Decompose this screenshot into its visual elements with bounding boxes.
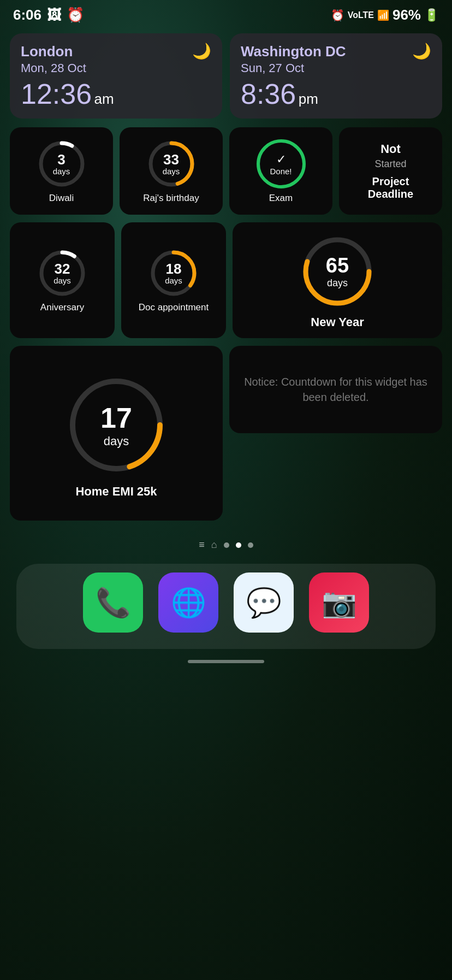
- app-dock: 📞 🌐 💬 📷: [16, 564, 436, 649]
- widget-project-deadline[interactable]: Not Started ProjectDeadline: [339, 127, 442, 215]
- widget-new-year[interactable]: 65 days New Year: [233, 222, 442, 338]
- signal-icon: 📶: [377, 9, 389, 21]
- phone-icon: 📞: [96, 586, 131, 619]
- exam-checkmark: ✓: [276, 152, 286, 167]
- widget-diwali[interactable]: 3 days Diwali: [10, 127, 113, 215]
- dock-browser[interactable]: 🌐: [158, 572, 218, 633]
- home-indicator: [188, 660, 264, 663]
- browser-icon: 🌐: [171, 586, 206, 619]
- page-dot-1[interactable]: [224, 542, 229, 548]
- photo-icon: 🖼: [47, 7, 61, 23]
- not-started-mid: Started: [374, 158, 406, 170]
- london-ampm: am: [94, 91, 114, 107]
- exam-label: Exam: [269, 193, 293, 204]
- clock-row: 🌙 London Mon, 28 Oct 12:36 am 🌙 Washingt…: [10, 33, 442, 119]
- raj-number: 33: [163, 152, 180, 167]
- status-left: 6:06 🖼 ⏰: [13, 7, 84, 23]
- home-emi-number: 17: [100, 402, 132, 434]
- london-date: Mon, 28 Oct: [21, 61, 211, 75]
- not-started-top: Not: [380, 142, 401, 156]
- widget-raj-birthday[interactable]: 33 days Raj's birthday: [120, 127, 223, 215]
- washington-moon: 🌙: [412, 42, 431, 60]
- new-year-days: days: [326, 278, 349, 289]
- battery-icon: 🔋: [424, 8, 439, 22]
- widget-aniversary[interactable]: 32 days Aniversary: [10, 222, 115, 338]
- widget-doc-appointment[interactable]: 18 days Doc appointment: [121, 222, 226, 338]
- aniversary-label: Aniversary: [40, 302, 84, 313]
- alarm-icon: ⏰: [67, 7, 84, 23]
- row3-right: Notice: Countdown for this widget has be…: [229, 346, 442, 521]
- new-year-label: New Year: [311, 315, 364, 329]
- diwali-ring: 3 days: [37, 139, 86, 188]
- alarm2-icon: ⏰: [331, 9, 344, 22]
- dock-phone[interactable]: 📞: [83, 572, 143, 633]
- doc-number: 18: [165, 262, 182, 276]
- new-year-ring-text: 65 days: [326, 254, 349, 289]
- home-emi-ring: 17 days: [64, 373, 168, 477]
- home-dot: ⌂: [211, 539, 217, 551]
- washington-ampm: pm: [299, 91, 318, 107]
- widgets-row1: 3 days Diwali 33 days Raj's birthday: [10, 127, 442, 215]
- widgets-row3: 17 days Home EMI 25k Notice: Countdown f…: [10, 346, 442, 521]
- washington-city: Washington DC: [241, 43, 431, 60]
- widget-exam[interactable]: ✓ Done! Exam: [229, 127, 332, 215]
- doc-ring: 18 days: [149, 249, 198, 298]
- widgets-row2: 32 days Aniversary 18 days Doc appointme…: [10, 222, 442, 338]
- diwali-number: 3: [53, 152, 70, 167]
- washington-date: Sun, 27 Oct: [241, 61, 431, 75]
- home-emi-ring-text: 17 days: [100, 402, 132, 448]
- dock-camera[interactable]: 📷: [309, 572, 369, 633]
- clock-widget-london[interactable]: 🌙 London Mon, 28 Oct 12:36 am: [10, 33, 222, 119]
- raj-ring: 33 days: [147, 139, 196, 188]
- new-year-number: 65: [326, 254, 349, 278]
- aniversary-days: days: [53, 276, 71, 285]
- dock-messages[interactable]: 💬: [234, 572, 294, 633]
- new-year-ring: 65 days: [299, 233, 376, 310]
- clock-widget-washington[interactable]: 🌙 Washington DC Sun, 27 Oct 8:36 pm: [230, 33, 442, 119]
- diwali-ring-text: 3 days: [53, 152, 70, 176]
- aniversary-ring-text: 32 days: [53, 262, 71, 285]
- home-emi-label: Home EMI 25k: [75, 485, 157, 499]
- home-screen: 🌙 London Mon, 28 Oct 12:36 am 🌙 Washingt…: [0, 28, 452, 564]
- page-dot-3[interactable]: [248, 542, 253, 548]
- page-dot-lines: ≡: [199, 539, 205, 551]
- project-deadline-label: ProjectDeadline: [368, 175, 413, 200]
- status-time: 6:06: [13, 7, 41, 23]
- aniversary-ring: 32 days: [38, 249, 87, 298]
- status-bar: 6:06 🖼 ⏰ ⏰ VoLTE 📶 96% 🔋: [0, 0, 452, 28]
- london-moon: 🌙: [192, 42, 211, 60]
- exam-done-circle: ✓ Done!: [257, 139, 306, 188]
- london-time: 12:36: [21, 78, 92, 110]
- raj-days: days: [163, 167, 180, 176]
- raj-ring-text: 33 days: [163, 152, 180, 176]
- widget-home-emi[interactable]: 17 days Home EMI 25k: [10, 346, 223, 521]
- doc-label: Doc appointment: [139, 302, 209, 313]
- notice-text: Notice: Countdown for this widget has be…: [240, 374, 431, 405]
- battery-percent: 96%: [392, 7, 421, 23]
- widget-notice[interactable]: Notice: Countdown for this widget has be…: [229, 346, 442, 433]
- messages-icon: 💬: [246, 586, 282, 619]
- diwali-label: Diwali: [49, 193, 74, 204]
- diwali-days: days: [53, 167, 70, 176]
- page-dot-2[interactable]: [236, 542, 241, 548]
- aniversary-number: 32: [53, 262, 71, 276]
- raj-label: Raj's birthday: [143, 193, 199, 204]
- exam-done-text: Done!: [270, 167, 292, 176]
- london-city: London: [21, 43, 211, 60]
- doc-days: days: [165, 276, 182, 285]
- home-emi-days: days: [100, 434, 132, 448]
- camera-icon: 📷: [322, 586, 357, 619]
- washington-time: 8:36: [241, 78, 296, 110]
- page-dots: ≡ ⌂: [10, 528, 442, 558]
- volte-icon: VoLTE: [348, 10, 374, 20]
- doc-ring-text: 18 days: [165, 262, 182, 285]
- status-right: ⏰ VoLTE 📶 96% 🔋: [331, 7, 439, 23]
